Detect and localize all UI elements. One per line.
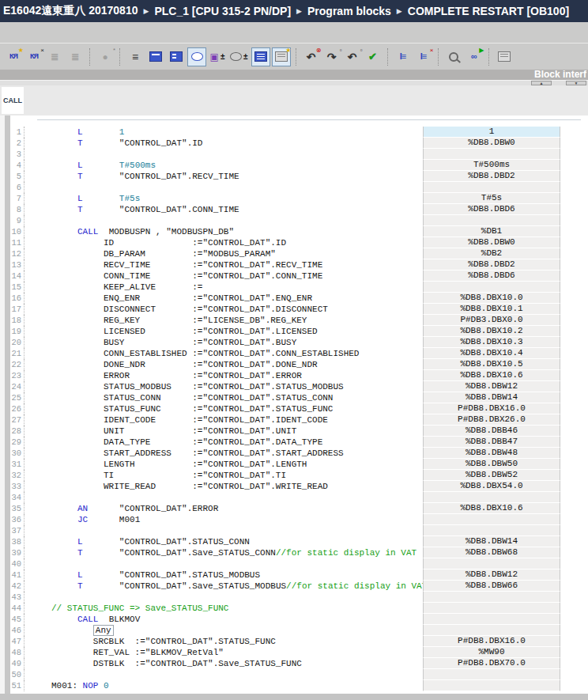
find-replace-button[interactable]	[444, 47, 463, 66]
code-cell[interactable]: STATUS_CONN :="CONTROL_DAT".STATUS_CONN	[24, 392, 423, 403]
symbolic-operands-button[interactable]: ▣±	[208, 47, 227, 66]
code-line[interactable]: 31 LENGTH :="CONTROL_DAT".LENGTH%DB8.DBW…	[10, 459, 560, 470]
breadcrumb-project[interactable]: E16042遠東重八 20170810	[3, 4, 138, 18]
code-cell[interactable]: LENGTH :="CONTROL_DAT".LENGTH	[24, 459, 423, 470]
code-cell[interactable]: ERROR :="CONTROL_DAT".ERROR	[24, 370, 423, 381]
code-cell[interactable]: WRITE_READ :="CONTROL_DAT".WRITE_READ	[24, 481, 423, 492]
code-cell[interactable]: ENQ_ENR :="CONTROL_DAT".ENQ_ENR	[24, 293, 423, 304]
code-line[interactable]: 7 L T#5sT#5s	[10, 193, 560, 204]
code-line[interactable]: 26 STATUS_FUNC :="CONTROL_DAT".STATUS_FU…	[10, 403, 560, 414]
code-line[interactable]: 23 ERROR :="CONTROL_DAT".ERROR%DB8.DBX10…	[10, 370, 560, 381]
interface-splitter[interactable]: ▲ ▼	[0, 80, 588, 85]
code-cell[interactable]: IDENT_CODE :="CONTROL_DAT".IDENT_CODE	[24, 414, 423, 426]
code-cell[interactable]	[24, 182, 423, 193]
collapse-all-networks-button[interactable]	[167, 47, 186, 66]
code-line[interactable]: 37	[10, 525, 560, 536]
code-line[interactable]: 10 CALL MODBUSPN , "MODBUSPN_DB"%DB1	[10, 226, 560, 237]
code-line[interactable]: 16 ENQ_ENR :="CONTROL_DAT".ENQ_ENR%DB8.D…	[10, 293, 560, 304]
code-line[interactable]: 38 L "CONTROL_DAT".STATUS_CONN%DB8.DBW14	[10, 536, 560, 547]
code-cell[interactable]	[24, 525, 423, 536]
code-line[interactable]: 32 TI :="CONTROL_DAT".TI%DB8.DBW52	[10, 470, 560, 481]
operand-comments-button[interactable]: ±	[228, 47, 250, 66]
code-cell[interactable]: CALL BLKMOV	[24, 614, 423, 625]
code-cell[interactable]: DONE_NDR :="CONTROL_DAT".DONE_NDR	[24, 359, 423, 370]
code-line[interactable]: 12 DB_PARAM :="MODBUS_PARAM"%DB2	[10, 248, 560, 259]
code-cell[interactable]: DATA_TYPE :="CONTROL_DAT".DATA_TYPE	[24, 437, 423, 448]
code-line[interactable]: 20 BUSY :="CONTROL_DAT".BUSY%DB8.DBX10.3	[10, 337, 560, 348]
consistency-check-button[interactable]: ✔	[364, 47, 383, 66]
monitor-on-button[interactable]: I≡	[394, 47, 413, 66]
indent-left-button[interactable]: ≣	[66, 47, 85, 66]
code-cell[interactable]: TI :="CONTROL_DAT".TI	[24, 470, 423, 481]
code-cell[interactable]: STATUS_FUNC :="CONTROL_DAT".STATUS_FUNC	[24, 403, 423, 414]
code-line[interactable]: 27 IDENT_CODE :="CONTROL_DAT".IDENT_CODE…	[10, 414, 560, 426]
update-data-blocks-button[interactable]: ●*	[96, 47, 115, 66]
code-cell[interactable]: T "CONTROL_DAT".ID	[24, 138, 423, 149]
code-line[interactable]: 1 L 11	[10, 127, 560, 138]
code-line[interactable]: 41 L "CONTROL_DAT".STATUS_MODBUS%DB8.DBW…	[10, 569, 560, 581]
code-cell[interactable]: DB_PARAM :="MODBUS_PARAM"	[24, 248, 423, 259]
code-cell[interactable]: ID :="CONTROL_DAT".ID	[24, 237, 423, 248]
code-line[interactable]: 36 JC M001	[10, 514, 560, 525]
code-cell[interactable]: CONN_ESTABLISHED :="CONTROL_DAT".CONN_ES…	[24, 348, 423, 359]
code-line[interactable]: 6	[10, 182, 560, 193]
code-cell[interactable]: STATUS_MODBUS :="CONTROL_DAT".STATUS_MOD…	[24, 381, 423, 392]
code-line[interactable]: 25 STATUS_CONN :="CONTROL_DAT".STATUS_CO…	[10, 392, 560, 403]
code-cell[interactable]: T "CONTROL_DAT".Save_STATUS_CONN//for st…	[24, 547, 423, 558]
code-cell[interactable]: T "CONTROL_DAT".Save_STATUS_MODBUS//for …	[24, 581, 423, 592]
upload-block-button[interactable]: ↶▫	[343, 47, 362, 66]
expand-all-networks-button[interactable]	[146, 47, 165, 66]
code-cell[interactable]: JC M001	[24, 514, 423, 525]
code-line[interactable]: 4 L T#500msT#500ms	[10, 160, 560, 171]
code-line[interactable]: 43	[10, 592, 560, 603]
code-cell[interactable]: KEEP_ALIVE :=	[24, 282, 423, 293]
discard-changes-button[interactable]: ↶⊗	[302, 47, 321, 66]
code-line[interactable]: 51M001: NOP 0	[10, 680, 560, 691]
code-cell[interactable]: SRCBLK :="CONTROL_DAT".STATUS_FUNC	[24, 636, 423, 647]
code-cell[interactable]: L "CONTROL_DAT".STATUS_MODBUS	[24, 569, 423, 581]
code-line[interactable]: 49 DSTBLK :="CONTROL_DAT".Save_STATUS_FU…	[10, 658, 560, 669]
code-line[interactable]: 42 T "CONTROL_DAT".Save_STATUS_MODBUS//f…	[10, 581, 560, 592]
code-line[interactable]: 24 STATUS_MODBUS :="CONTROL_DAT".STATUS_…	[10, 381, 560, 392]
code-line[interactable]: 19 LICENSED :="CONTROL_DAT".LICENSED%DB8…	[10, 326, 560, 337]
code-cell[interactable]: L "CONTROL_DAT".STATUS_CONN	[24, 536, 423, 547]
stl-code-editor[interactable]: 1 L 112 T "CONTROL_DAT".ID%DB8.DBW034 L …	[0, 115, 588, 694]
breadcrumb-plc[interactable]: PLC_1 [CPU 315-2 PN/DP]	[154, 5, 291, 17]
code-line[interactable]: 14 CONN_TIME :="CONTROL_DAT".CONN_TIME%D…	[10, 271, 560, 282]
block-interface-bar[interactable]: Block interf	[0, 70, 588, 80]
code-cell[interactable]: L T#5s	[24, 193, 423, 204]
code-line[interactable]: 17 DISCONNECT :="CONTROL_DAT".DISCONNECT…	[10, 304, 560, 315]
tab-call[interactable]: CALL	[2, 87, 24, 114]
code-cell[interactable]: L 1	[24, 127, 423, 138]
code-line[interactable]: 48 RET_VAL :="BLKMOV_RetVal"%MW90	[10, 647, 560, 658]
code-cell[interactable]: RECV_TIME :="CONTROL_DAT".RECV_TIME	[24, 259, 423, 271]
code-line[interactable]: 44// STATUS_FUNC => Save_STATUS_FUNC	[10, 603, 560, 614]
code-cell[interactable]	[24, 215, 423, 226]
code-line[interactable]: 15 KEEP_ALIVE :=	[10, 282, 560, 293]
absolute-operands-button[interactable]	[251, 47, 270, 66]
code-line[interactable]: 8 T "CONTROL_DAT".CONN_TIME%DB8.DBD6	[10, 204, 560, 215]
code-cell[interactable]: START_ADDRESS :="CONTROL_DAT".START_ADDR…	[24, 448, 423, 459]
code-cell[interactable]	[24, 669, 423, 680]
code-line[interactable]: 33 WRITE_READ :="CONTROL_DAT".WRITE_READ…	[10, 481, 560, 492]
code-line[interactable]: 11 ID :="CONTROL_DAT".ID%DB8.DBW0	[10, 237, 560, 248]
code-cell[interactable]: T "CONTROL_DAT".CONN_TIME	[24, 204, 423, 215]
code-line[interactable]: 2 T "CONTROL_DAT".ID%DB8.DBW0	[10, 138, 560, 149]
code-cell[interactable]: LICENSED :="CONTROL_DAT".LICENSED	[24, 326, 423, 337]
code-cell[interactable]	[24, 149, 423, 160]
code-cell[interactable]: DISCONNECT :="CONTROL_DAT".DISCONNECT	[24, 304, 423, 315]
code-line[interactable]: 39 T "CONTROL_DAT".Save_STATUS_CONN//for…	[10, 547, 560, 558]
delete-network-button[interactable]: КЯ×	[24, 47, 43, 66]
insert-network-button[interactable]: КЯ★	[4, 47, 23, 66]
breadcrumb-program-blocks[interactable]: Program blocks	[307, 5, 391, 17]
code-cell[interactable]: DSTBLK :="CONTROL_DAT".Save_STATUS_FUNC	[24, 658, 423, 669]
breadcrumb-block[interactable]: COMPLETE RESTART [OB100]	[408, 5, 569, 17]
code-line[interactable]: 13 RECV_TIME :="CONTROL_DAT".RECV_TIME%D…	[10, 259, 560, 271]
code-cell[interactable]: AN "CONTROL_DAT".ERROR	[24, 503, 423, 514]
code-line[interactable]: 18 REG_KEY :="LICENSE_DB".REG_KEYP#DB3.D…	[10, 315, 560, 326]
monitor-off-button[interactable]: I≡×	[414, 47, 433, 66]
code-line[interactable]: 30 START_ADDRESS :="CONTROL_DAT".START_A…	[10, 448, 560, 459]
code-cell[interactable]: L T#500ms	[24, 160, 423, 171]
code-cell[interactable]	[24, 492, 423, 503]
code-cell[interactable]: Any	[24, 625, 423, 636]
